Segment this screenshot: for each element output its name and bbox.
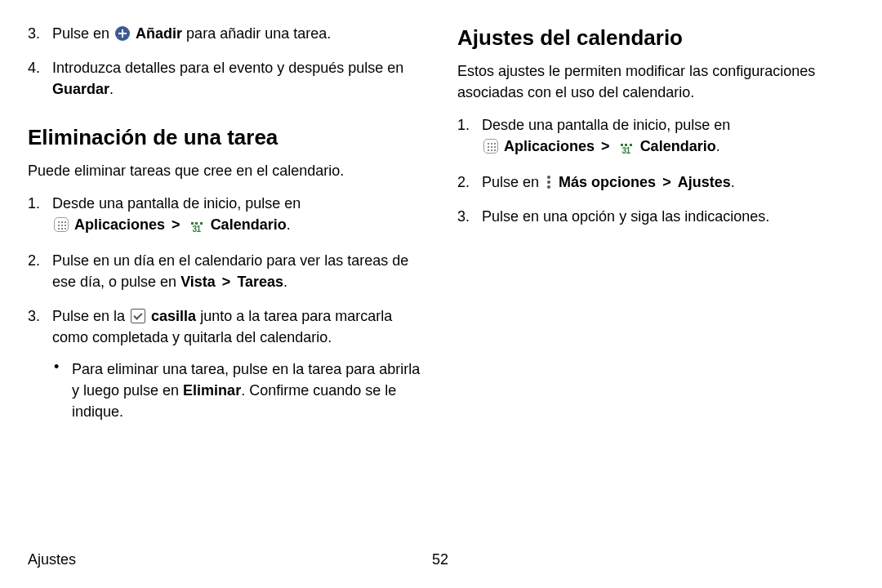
step-body: Desde una pantalla de inicio, pulse en A… xyxy=(52,193,423,237)
column-right: Ajustes del calendario Estos ajustes le … xyxy=(457,23,853,435)
calendar-icon: 31 xyxy=(618,144,635,158)
step-number: 4. xyxy=(28,57,52,78)
text: Desde una pantalla de inicio, pulse en xyxy=(52,195,301,212)
steps-calendar-settings: 1. Desde una pantalla de inicio, pulse e… xyxy=(457,114,853,227)
text: Desde una pantalla de inicio, pulse en xyxy=(482,117,730,133)
step-number: 2. xyxy=(28,250,52,271)
sub-bullet: • Para eliminar una tarea, pulse en la t… xyxy=(52,359,423,422)
checkbox-label: casilla xyxy=(151,308,196,324)
footer-page-number: 52 xyxy=(432,549,448,570)
step-2-more-options: 2. Pulse en Más opciones > Ajustes. xyxy=(457,172,853,193)
step-3-follow-prompts: 3. Pulse en una opción y siga las indica… xyxy=(457,206,853,227)
steps-add-task-continuation: 3. Pulse en Añadir para añadir una tarea… xyxy=(28,23,423,100)
text: para añadir una tarea. xyxy=(186,25,331,42)
step-body: Desde una pantalla de inicio, pulse en A… xyxy=(482,114,853,158)
heading-delete-task: Eliminación de una tarea xyxy=(28,122,423,154)
step-number: 2. xyxy=(457,172,482,193)
step-number: 3. xyxy=(457,206,482,227)
text: Pulse en la xyxy=(52,308,129,324)
step-3-add: 3. Pulse en Añadir para añadir una tarea… xyxy=(28,23,423,44)
period: . xyxy=(731,174,735,190)
step-1-open-calendar: 1. Desde una pantalla de inicio, pulse e… xyxy=(457,114,853,158)
apps-label: Aplicaciones xyxy=(74,216,165,233)
apps-label: Aplicaciones xyxy=(504,138,595,154)
chevron-icon: > xyxy=(172,216,180,233)
step-number: 1. xyxy=(457,114,482,136)
step-body: Pulse en Más opciones > Ajustes. xyxy=(482,172,853,193)
calendar-day: 31 xyxy=(622,143,630,159)
plus-icon xyxy=(115,26,130,41)
period: . xyxy=(283,274,287,290)
bullet-row: • Para eliminar una tarea, pulse en la t… xyxy=(54,359,423,422)
settings-label: Ajustes xyxy=(678,174,731,190)
step-body: Pulse en Añadir para añadir una tarea. xyxy=(52,23,423,44)
step-body: Pulse en una opción y siga las indicacio… xyxy=(482,206,853,227)
period: . xyxy=(287,216,291,233)
intro-calendar-settings: Estos ajustes le permiten modificar las … xyxy=(457,60,853,103)
step-3-check-task: 3. Pulse en la casilla junto a la tarea … xyxy=(28,305,423,421)
step-1-open-calendar: 1. Desde una pantalla de inicio, pulse e… xyxy=(28,193,423,237)
bullet-body: Para eliminar una tarea, pulse en la tar… xyxy=(72,359,423,422)
tasks-label: Tareas xyxy=(237,274,283,290)
calendar-label: Calendario xyxy=(640,138,716,154)
add-label: Añadir xyxy=(136,25,182,42)
step-number: 3. xyxy=(28,305,52,327)
calendar-day: 31 xyxy=(193,221,201,238)
save-label: Guardar xyxy=(52,81,109,97)
intro-delete-task: Puede eliminar tareas que cree en el cal… xyxy=(28,160,423,181)
delete-label: Eliminar xyxy=(183,382,241,399)
text: Pulse en xyxy=(482,174,543,190)
bullet-dot: • xyxy=(54,359,72,376)
calendar-icon: 31 xyxy=(189,222,205,237)
chevron-icon: > xyxy=(662,174,671,190)
step-2-view-tasks: 2. Pulse en un día en el calendario para… xyxy=(28,250,423,292)
footer-section: Ajustes xyxy=(28,549,76,570)
heading-calendar-settings: Ajustes del calendario xyxy=(457,23,853,54)
text: Introduzca detalles para el evento y des… xyxy=(52,60,403,76)
apps-icon xyxy=(483,139,498,154)
text: . xyxy=(109,81,114,97)
step-body: Introduzca detalles para el evento y des… xyxy=(52,57,423,100)
steps-delete-task: 1. Desde una pantalla de inicio, pulse e… xyxy=(28,193,423,422)
text: Pulse en xyxy=(52,25,114,42)
checkbox-icon xyxy=(131,309,145,323)
column-left: 3. Pulse en Añadir para añadir una tarea… xyxy=(28,23,423,435)
step-body: Pulse en un día en el calendario para ve… xyxy=(52,250,423,292)
manual-page: 3. Pulse en Añadir para añadir una tarea… xyxy=(0,0,882,435)
more-options-label: Más opciones xyxy=(559,174,656,190)
step-number: 1. xyxy=(28,193,52,214)
text: Pulse en un día en el calendario para ve… xyxy=(52,252,408,290)
calendar-label: Calendario xyxy=(211,216,287,233)
more-options-icon xyxy=(545,175,553,189)
step-number: 3. xyxy=(28,23,52,44)
apps-icon xyxy=(54,217,69,232)
period: . xyxy=(716,138,720,154)
step-body: Pulse en la casilla junto a la tarea par… xyxy=(52,305,423,421)
step-4-save: 4. Introduzca detalles para el evento y … xyxy=(28,57,423,100)
chevron-icon: > xyxy=(601,138,610,154)
page-footer: Ajustes 52 xyxy=(28,549,853,570)
view-label: Vista xyxy=(180,274,216,290)
chevron-icon: > xyxy=(222,274,231,290)
